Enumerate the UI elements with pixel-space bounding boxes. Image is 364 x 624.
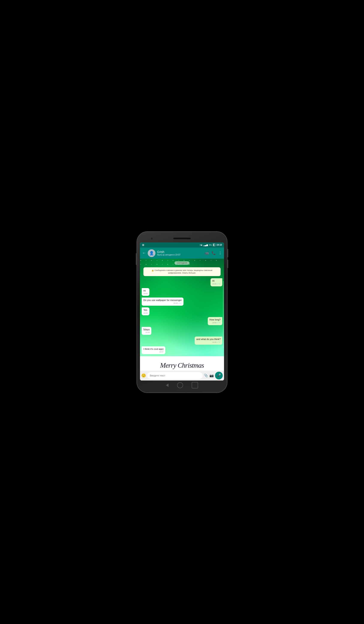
emoji-icon[interactable]: 🙂 — [141, 373, 146, 378]
home-nav-button[interactable] — [177, 382, 183, 388]
recents-nav-button[interactable] — [192, 382, 198, 389]
back-nav-button[interactable] — [166, 384, 168, 387]
message-meta: 19:06 ✓✓ — [209, 322, 221, 324]
avatar[interactable]: 👤 — [148, 249, 156, 257]
signal-icon: ▂▄▆ — [204, 244, 208, 246]
message-row: Hi 19:05 — [142, 288, 222, 296]
message-bubble: Do you use wallpaper for messenger 19:05… — [142, 298, 183, 306]
message-bubble: Yes 19:06 — [142, 307, 149, 315]
message-text: Hi — [143, 289, 146, 292]
chat-area: СЕГОДНЯ 🔒 Сообщения и звонки в данном ча… — [140, 259, 224, 371]
battery-icon: ▌ — [213, 244, 215, 246]
message-bubble: How long? 19:06 ✓✓ — [208, 317, 222, 325]
message-bubble: I think it's cool app) 19:07 — [142, 346, 165, 354]
scroll-indicator — [223, 281, 224, 348]
message-input[interactable] — [147, 372, 203, 379]
message-time: 19:06 — [145, 331, 150, 334]
notification-icon: 🖼 — [142, 244, 144, 246]
phone-device: 🖼 ▾◆ ▂▄▆ 8% ▌ 19:10 ← 👤 Grish был(-а) се… — [137, 232, 227, 392]
camera-input-icon[interactable]: 📷 — [209, 373, 214, 377]
message-row: Hi 19:05 ✓✓ — [142, 278, 222, 286]
message-time: 19:06 — [143, 312, 148, 314]
message-time: 19:05 — [143, 293, 148, 295]
message-text: Hi — [212, 280, 214, 282]
phone-call-icon[interactable]: 📞 — [211, 251, 216, 255]
message-bubble: 5days 19:06 — [142, 327, 151, 335]
message-row: Yes 19:06 — [142, 307, 222, 315]
message-bubble: Hi 19:05 — [142, 288, 149, 296]
mic-button[interactable]: 🎤 — [215, 372, 223, 379]
video-call-icon[interactable]: 📹 — [205, 251, 209, 255]
date-badge: СЕГОДНЯ — [175, 261, 189, 265]
message-meta: 19:06 ✓✓ — [196, 341, 221, 344]
message-meta: 19:05 ✓✓ — [143, 302, 182, 305]
message-row: How long? 19:06 ✓✓ — [142, 317, 222, 325]
front-camera — [151, 237, 153, 240]
chat-content: СЕГОДНЯ 🔒 Сообщения и звонки в данном ча… — [140, 259, 224, 357]
status-time: 19:10 — [216, 244, 222, 246]
contact-name: Grish — [157, 250, 203, 254]
message-bubble: Hi 19:05 ✓✓ — [210, 278, 222, 286]
avatar-icon: 👤 — [149, 251, 154, 256]
phone-top — [140, 235, 224, 242]
message-meta: 19:07 — [143, 351, 164, 353]
wifi-icon: ▾◆ — [200, 244, 202, 246]
message-meta: 19:06 — [143, 312, 148, 314]
message-text: and what do you think? — [196, 338, 221, 340]
message-meta: 19:05 — [143, 293, 148, 295]
message-time: 19:06 — [212, 341, 216, 343]
merry-christmas-text: Merry Christmas — [160, 362, 204, 369]
status-bar: 🖼 ▾◆ ▂▄▆ 8% ▌ 19:10 — [140, 242, 224, 248]
message-ticks: ✓✓ — [217, 341, 221, 344]
message-text: Do you use wallpaper for messenger — [143, 299, 182, 301]
message-ticks: ✓✓ — [217, 283, 221, 285]
message-text: 5days — [143, 328, 150, 331]
encryption-notice: 🔒 Сообщения и звонки в данном чате тепер… — [143, 267, 221, 276]
message-bubble: and what do you think? 19:06 ✓✓ — [195, 337, 222, 345]
message-row: 5days 19:06 — [142, 327, 222, 335]
phone-screen: 🖼 ▾◆ ▂▄▆ 8% ▌ 19:10 ← 👤 Grish был(-а) се… — [140, 242, 224, 381]
volume-up-button[interactable] — [228, 249, 228, 258]
message-time: 19:06 — [212, 322, 216, 324]
message-text: I think it's cool app) — [143, 348, 164, 350]
message-row: I think it's cool app) 19:07 — [142, 346, 222, 354]
message-text: Yes — [143, 309, 147, 311]
speaker — [173, 238, 191, 239]
message-time: 19:05 — [173, 302, 178, 304]
battery-percentage: 8% — [209, 244, 212, 246]
back-button[interactable]: ← — [142, 251, 146, 255]
attach-icon[interactable]: 📎 — [204, 373, 208, 377]
message-time: 19:07 — [159, 351, 164, 353]
input-area: 🙂 📎 📷 🎤 — [140, 371, 224, 381]
volume-down-button[interactable] — [228, 260, 228, 268]
message-row: and what do you think? 19:06 ✓✓ — [142, 337, 222, 345]
header-actions: 📹 📞 ⋮ — [205, 251, 222, 255]
message-time: 19:05 — [212, 283, 216, 285]
message-row: Do you use wallpaper for messenger 19:05… — [142, 298, 222, 306]
contact-info: Grish был(-а) сегодня в 19:07 — [157, 250, 203, 256]
status-bar-right: ▾◆ ▂▄▆ 8% ▌ 19:10 — [200, 244, 222, 246]
status-bar-left: 🖼 — [142, 244, 144, 246]
message-text: How long? — [209, 318, 221, 321]
merry-christmas-area: Merry Christmas — [140, 356, 224, 370]
message-meta: 19:06 — [143, 331, 150, 334]
mic-icon: 🎤 — [217, 373, 221, 377]
message-meta: 19:05 ✓✓ — [212, 283, 221, 285]
message-ticks: ✓✓ — [217, 322, 221, 324]
message-ticks: ✓✓ — [178, 302, 182, 305]
chat-header: ← 👤 Grish был(-а) сегодня в 19:07 📹 📞 ⋮ — [140, 248, 224, 259]
more-options-icon[interactable]: ⋮ — [218, 251, 222, 255]
power-button[interactable] — [136, 253, 136, 265]
phone-bottom-nav — [140, 382, 224, 389]
contact-status: был(-а) сегодня в 19:07 — [157, 254, 203, 256]
